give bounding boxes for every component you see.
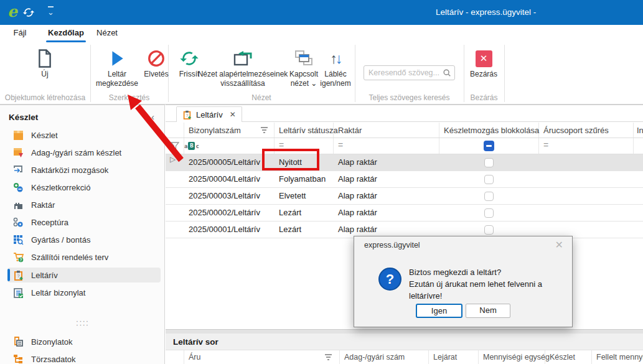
sidebar-item-gyartas-bontas[interactable]: Gyártás / bontás (7, 232, 161, 247)
column-header-inaktiv[interactable]: Inaktív (637, 123, 643, 138)
detail-section-header: Leltárív sor (166, 334, 643, 350)
clear-filter-funnel-icon[interactable] (171, 142, 179, 150)
filter-checkbox-indeterminate[interactable] (484, 141, 494, 151)
filter-equals-groupfilter[interactable]: = (543, 140, 548, 150)
sidebar-item-keszletkorrekcio[interactable]: Készletkorrekció (7, 180, 161, 195)
start-inventory-label: Leltármegkezdése (96, 70, 138, 88)
grid-header-row: Bizonylatszám Leltárív státusza Raktár K… (166, 123, 643, 138)
supplier-cart-icon: ? (12, 251, 24, 263)
titlebar: e ⌄ Leltárív - express.ügyvitel - (0, 0, 643, 25)
inventory-sheet-icon: ? (12, 269, 24, 281)
sidebar-item-keszlet[interactable]: Készlet (7, 128, 161, 142)
inventory-sheet-icon: ? (182, 110, 192, 119)
start-inventory-button[interactable]: Leltármegkezdése (93, 47, 141, 88)
linked-view-label: Kapcsoltnézet ⌄ (289, 70, 318, 88)
footer-toggle-button[interactable]: ↑↓ Láblécigen/nem (317, 47, 354, 88)
column-header-statusz[interactable]: Leltárív státusza (279, 123, 338, 138)
sidebar-item-adag-gyari-szam-keszlet[interactable]: Adag-/gyári szám készlet (7, 145, 161, 160)
sidebar-item-leltar-bizonylat[interactable]: Leltár bizonylat (7, 285, 161, 300)
yes-button[interactable]: Igen (416, 304, 462, 318)
row-checkbox[interactable] (484, 158, 494, 167)
row-checkbox[interactable] (484, 225, 494, 235)
tab-file[interactable]: Fájl (6, 25, 34, 42)
group-label-edit: Szerkesztés (90, 93, 168, 102)
table-row[interactable]: 2025/00003/Leltárív Elvetett Alap raktár (166, 188, 643, 205)
detail-column-aru[interactable]: Áru (189, 350, 200, 364)
app-logo-icon: e (7, 2, 17, 21)
confirmation-dialog: express.ügyvitel ✕ ? Biztos megkezdi a l… (354, 236, 573, 327)
document-tab-leltariv[interactable]: ? Leltárív ✕ (176, 106, 242, 122)
batch-stock-icon (12, 147, 24, 158)
play-icon (109, 47, 125, 70)
detail-column-sort-icon[interactable] (324, 354, 332, 361)
sidebar-item-raktarkozi-mozgasok[interactable]: Raktárközi mozgások (7, 162, 161, 177)
row-checkbox[interactable] (484, 208, 494, 218)
column-header-bizonylatszam[interactable]: Bizonylatszám (189, 123, 241, 138)
group-label-create: Objektumok létrehozása (0, 93, 90, 102)
block-icon (148, 47, 165, 70)
row-checkbox[interactable] (484, 192, 494, 201)
grid-filter-row: aBc = = = (166, 138, 643, 154)
sidebar-item-bizonylatok[interactable]: Bizonylatok (7, 334, 161, 349)
documents-icon (12, 336, 24, 347)
discard-button[interactable]: Elvetés (139, 47, 173, 79)
no-button[interactable]: Nem (466, 304, 510, 318)
detail-column-keszlet[interactable]: Készlet (550, 350, 575, 364)
column-filter-icon[interactable] (260, 127, 268, 134)
detail-column-lejarat[interactable]: Lejárat (433, 350, 457, 364)
dialog-message: Biztos megkezdi a leltárt?Ezután új áruk… (409, 266, 572, 302)
table-row[interactable]: 2025/00004/Leltárív Folyamatban Alap rak… (166, 171, 643, 188)
sidebar-item-raktar[interactable]: Raktár (7, 197, 161, 212)
horizontal-splitter[interactable] (166, 329, 643, 334)
document-tab-label: Leltárív (196, 110, 223, 119)
discard-label: Elvetés (144, 70, 168, 79)
filter-equals-warehouse[interactable]: = (338, 140, 343, 150)
column-header-arucsoport[interactable]: Árucsoport szűrés (543, 123, 609, 138)
reset-view-defaults-button[interactable]: Nézet alapértelmezéseinekvisszaállítása (190, 47, 296, 88)
tab-close-icon[interactable]: ✕ (230, 110, 236, 119)
sidebar-item-torzsadatok[interactable]: Törzsadatok (7, 352, 161, 364)
inventory-document-icon (12, 287, 24, 298)
transfer-icon (12, 164, 24, 175)
window-title: Leltárív - express.ügyvitel - (436, 0, 536, 25)
master-data-tree-icon (12, 353, 24, 364)
correction-icon (12, 182, 24, 193)
table-row[interactable]: 2025/00002/Leltárív Lezárt Alap raktár (166, 205, 643, 222)
close-button-label: Bezárás (470, 70, 497, 79)
tab-view[interactable]: Nézet (93, 25, 121, 42)
tab-home[interactable]: Kezdőlap (42, 25, 90, 42)
annotation-highlight-rectangle (262, 149, 319, 170)
sidebar-item-receptura[interactable]: Receptúra (7, 215, 161, 230)
new-button-label: Új (41, 70, 48, 79)
recipe-icon (12, 217, 24, 228)
detail-column-fellelt[interactable]: Fellelt mennyiség (596, 350, 643, 364)
dialog-close-icon[interactable]: ✕ (555, 239, 563, 251)
search-icon (443, 68, 451, 77)
column-header-keszletmozgas[interactable]: Készletmozgás blokkolása (444, 123, 539, 138)
text-filter-abc-icon[interactable]: aBc (184, 142, 199, 150)
sidebar-item-leltariv[interactable]: ? Leltárív (7, 268, 161, 282)
row-expand-icon[interactable]: ▷ (170, 155, 176, 164)
sidebar-collapse-icon[interactable]: ‹ (151, 111, 154, 122)
table-row[interactable]: ▷ 2025/00005/Leltárív Nyitott Alap raktá… (166, 154, 643, 171)
new-button[interactable]: Új (19, 47, 71, 79)
sidebar-splitter-handle[interactable]: ········ (0, 319, 165, 327)
dialog-title: express.ügyvitel (364, 241, 420, 250)
footer-toggle-label: Láblécigen/nem (320, 70, 350, 88)
column-header-raktar[interactable]: Raktár (338, 123, 362, 138)
detail-column-adag[interactable]: Adag-/gyári szám (344, 350, 405, 364)
quick-access-dropdown-icon[interactable]: ⌄ (47, 4, 54, 17)
sidebar-item-szallitoi-rendeles-terv[interactable]: ? Szállítói rendelés terv (7, 250, 161, 264)
row-checkbox[interactable] (484, 175, 494, 184)
search-input[interactable] (364, 65, 455, 80)
detail-column-mennyisegi[interactable]: Mennyiségi egység (483, 350, 550, 364)
close-button[interactable]: ✕ Bezárás (464, 47, 504, 79)
fulltext-search (364, 65, 455, 80)
quick-refresh-icon[interactable] (22, 6, 35, 19)
sidebar: Készlet ‹ Készlet Adag-/gyári szám készl… (0, 105, 165, 364)
production-grid-icon (12, 234, 24, 245)
ribbon-separator (504, 45, 505, 102)
close-red-icon: ✕ (476, 47, 492, 70)
ribbon: Új Leltármegkezdése Elvetés Frissít Néze (0, 42, 643, 105)
reset-view-defaults-label: Nézet alapértelmezéseinekvisszaállítása (198, 70, 288, 88)
